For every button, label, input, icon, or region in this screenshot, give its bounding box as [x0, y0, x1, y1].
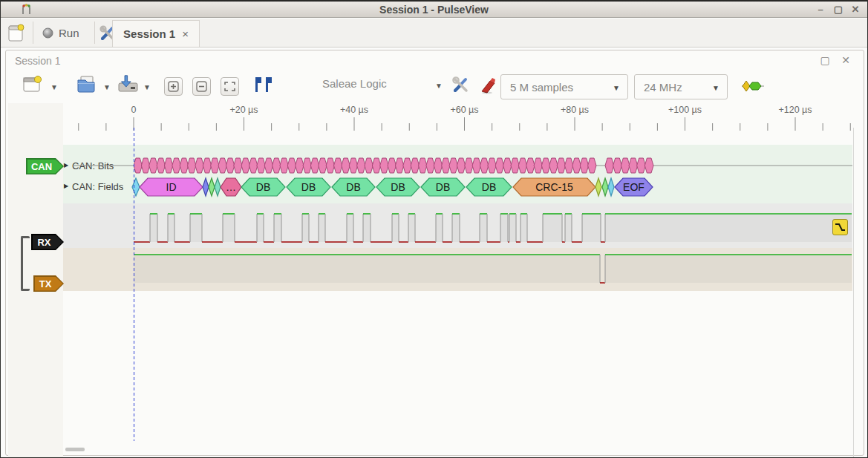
sample-rate-arrow: ▼: [712, 84, 719, 92]
view-right-border: [853, 128, 854, 458]
falling-edge-trigger-badge[interactable]: [832, 219, 848, 235]
open-dropdown-arrow[interactable]: ▼: [103, 83, 111, 91]
close-button[interactable]: ✕: [847, 3, 864, 16]
add-decoder-button[interactable]: [742, 80, 764, 92]
title-bar[interactable]: Session 1 - PulseView – ▢ ✕: [1, 1, 867, 18]
ruler-label: +20 µs: [229, 105, 258, 115]
ruler-label: 0: [131, 105, 137, 115]
minimize-button[interactable]: –: [812, 3, 829, 16]
tab-label: Session 1: [123, 27, 175, 40]
sample-count-combobox[interactable]: 5 M samples ▼: [500, 74, 628, 99]
save-dropdown-arrow[interactable]: ▼: [143, 83, 151, 91]
bits-expander-icon[interactable]: ▶: [64, 162, 68, 169]
decoder-row-background[interactable]: [63, 145, 852, 203]
fields-row-label[interactable]: CAN: Fields: [72, 181, 123, 192]
save-button[interactable]: [117, 74, 140, 94]
new-session-button[interactable]: [22, 74, 43, 94]
panel-restore-button[interactable]: ▢: [818, 54, 832, 66]
sample-count-arrow: ▼: [613, 84, 620, 92]
panel-close-button[interactable]: ✕: [838, 54, 853, 66]
session-panel: Session 1 ▢ ✕ ▼ ▼ ▼ Saleae Logic: [5, 50, 864, 456]
open-file-button[interactable]: [76, 74, 97, 94]
device-name: Saleae Logic: [322, 77, 387, 90]
new-file-button[interactable]: [7, 23, 28, 43]
zoom-out-button[interactable]: [192, 77, 211, 96]
rx-row-background[interactable]: [63, 203, 852, 248]
bits-row-label[interactable]: CAN: Bits: [72, 160, 114, 171]
decoder-flags-icon[interactable]: [254, 76, 273, 94]
ruler-label: +120 µs: [778, 105, 812, 115]
run-label: Run: [59, 27, 79, 39]
tx-channel-tag[interactable]: TX: [33, 275, 64, 292]
horizontal-scrollbar-handle[interactable]: [65, 448, 85, 451]
maximize-button[interactable]: ▢: [830, 3, 846, 16]
window-title: Session 1 - PulseView: [1, 4, 867, 16]
run-icon: [42, 27, 53, 39]
device-dropdown-arrow[interactable]: ▼: [435, 82, 443, 90]
zoom-in-button[interactable]: [164, 77, 183, 96]
separator: [94, 22, 95, 44]
sample-rate-combobox[interactable]: 24 MHz ▼: [634, 74, 728, 99]
zoom-fit-button[interactable]: [221, 77, 239, 96]
channels-probe-button[interactable]: [480, 75, 499, 94]
ruler-label: +100 µs: [668, 105, 702, 115]
pulseview-window: Session 1 - PulseView – ▢ ✕ Run Session …: [0, 0, 868, 458]
ruler-label: +40 µs: [340, 105, 368, 115]
rx-channel-tag[interactable]: RX: [31, 234, 64, 250]
separator: [33, 22, 33, 44]
tab-close-icon[interactable]: ×: [182, 27, 189, 40]
main-toolbar: Run Session 1 ×: [1, 19, 867, 48]
ruler-label: +80 µs: [561, 105, 589, 115]
tab-session-1[interactable]: Session 1 ×: [112, 20, 200, 47]
tx-row-background[interactable]: [63, 248, 852, 291]
configure-device-button[interactable]: [451, 76, 471, 94]
can-tag-label: CAN: [27, 160, 63, 174]
run-button[interactable]: Run: [39, 23, 82, 43]
fields-expander-icon[interactable]: ▶: [64, 183, 68, 189]
new-session-dropdown-arrow[interactable]: ▼: [50, 83, 58, 91]
ruler-label: +60 µs: [450, 105, 478, 115]
session-panel-title: Session 1: [15, 55, 60, 67]
device-select[interactable]: Saleae Logic: [322, 77, 448, 96]
sample-rate-value: 24 MHz: [644, 81, 682, 94]
channel-group-bracket: [21, 236, 30, 291]
sample-count-value: 5 M samples: [510, 81, 573, 94]
can-decoder-tag[interactable]: CAN: [26, 158, 64, 174]
